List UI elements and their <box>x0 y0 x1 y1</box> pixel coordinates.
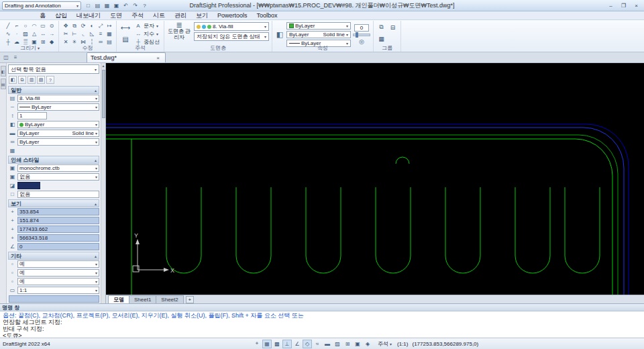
annotation-scale-combo[interactable]: 1:1 <box>17 287 99 294</box>
ribbon-group-label-annotation[interactable]: 주석 <box>117 45 164 51</box>
mirror-icon[interactable]: ◐ <box>88 22 96 30</box>
view-value-field[interactable]: 151.874 <box>17 217 99 224</box>
transparency-value-field[interactable]: 0 <box>354 24 369 32</box>
plotstyle-combo[interactable]: ByLayer <box>17 138 99 146</box>
menu-item[interactable]: 보기 <box>191 11 213 20</box>
stretch-icon[interactable]: ↦ <box>105 22 113 30</box>
command-window-header[interactable]: 명령 창 <box>0 304 644 311</box>
isolate-icon[interactable]: ◎ <box>358 38 366 46</box>
close-tab-icon[interactable]: × <box>154 54 162 62</box>
active-layer-combo[interactable]: 8. Via-fill <box>194 22 269 31</box>
ribbon-group-label-modify[interactable]: 수정 <box>59 45 116 51</box>
snap-icon[interactable]: ▦ <box>262 340 272 348</box>
toggle-combo[interactable]: 예 <box>17 269 99 277</box>
quick-select-icon[interactable]: ▥ <box>28 76 36 84</box>
ray-icon[interactable]: → <box>48 30 56 38</box>
view-value-field[interactable]: 0 <box>17 243 99 250</box>
section-general-header[interactable]: 일반 <box>8 86 99 94</box>
layer-manager-button[interactable]: ≣ 도면층 관리자 <box>167 22 191 41</box>
menu-item[interactable]: 주석 <box>127 11 148 20</box>
linescale-field[interactable]: 1 <box>17 112 47 119</box>
toggle-combo[interactable]: 예 <box>17 260 99 268</box>
workspace-selector[interactable]: Drafting and Annotation <box>2 1 81 10</box>
annotation-scale-control[interactable]: 주석 <box>378 340 392 348</box>
copy-icon[interactable]: ⧉ <box>70 22 78 30</box>
selection-filter-combo[interactable]: 선택 항목 없음 <box>8 64 99 74</box>
ellipse-icon[interactable]: ⊙ <box>48 22 56 30</box>
pin-palette-icon[interactable]: ◫ <box>2 54 10 61</box>
undo-icon[interactable]: ↶ <box>121 1 130 10</box>
layer-combo[interactable]: 8. Via-fill <box>17 95 99 102</box>
circle-icon[interactable]: ○ <box>21 22 30 30</box>
menu-item[interactable]: 홈 <box>35 11 50 20</box>
menu-item[interactable]: 삽입 <box>50 11 72 20</box>
move-icon[interactable]: ✥ <box>62 22 70 30</box>
hatch-icon[interactable]: ▨ <box>333 340 342 348</box>
rectangle-icon[interactable]: ▭ <box>39 22 47 30</box>
close-button[interactable]: × <box>631 1 642 9</box>
linetype-combo[interactable]: ByLayer <box>17 103 99 111</box>
command-history[interactable]: 옵션: 끝점(C), 교차점(CR), 프로젝트(P), 모서리(E), 지우기… <box>0 311 644 340</box>
help-icon[interactable]: ? <box>140 1 149 10</box>
polar-icon[interactable]: ∠ <box>292 340 302 348</box>
help-icon[interactable]: ? <box>46 76 54 84</box>
drawing-canvas[interactable]: Y X <box>106 63 644 295</box>
lineweight-combo[interactable]: ByLayer Solid line <box>17 130 99 137</box>
toggle-combo[interactable]: 예 <box>17 278 99 285</box>
section-misc-header[interactable]: 기타 <box>8 252 99 260</box>
view-value-field[interactable]: 566343.518 <box>17 234 99 242</box>
ortho-icon[interactable]: ⊥ <box>282 340 292 348</box>
ribbon-group-label-draw[interactable]: 그리기 <box>1 45 58 51</box>
quick-input-icon[interactable]: ⊞ <box>343 340 352 348</box>
element-select-icon[interactable]: ◧ <box>9 76 17 84</box>
line-icon[interactable]: ╱ <box>4 22 12 30</box>
etrack-icon[interactable]: ≈ <box>313 340 322 348</box>
rotate-icon[interactable]: ⟳ <box>79 22 87 30</box>
section-print-style-header[interactable]: 인쇄 스타일 <box>8 156 99 164</box>
hatch-icon[interactable]: ▨ <box>21 30 30 38</box>
offset-icon[interactable]: ≡ <box>97 30 105 38</box>
properties-palette-tab[interactable]: ◧ <box>1 66 6 77</box>
save-icon[interactable]: ▦ <box>103 1 111 10</box>
smart-dimension-button[interactable]: ⟷ <box>119 22 131 33</box>
ribbon-group-label-groups[interactable]: 그룹 <box>374 45 400 51</box>
sheet-tab[interactable]: Sheet2 <box>156 295 183 303</box>
palette-scrollbar[interactable]: ▲ <box>101 63 105 303</box>
menu-item[interactable]: 시트 <box>148 11 170 20</box>
polyline-icon[interactable]: ⌐ <box>13 22 21 30</box>
ribbon-group-label-layers[interactable]: 도면층 <box>164 45 272 51</box>
menu-item[interactable]: 내보내기 <box>72 11 105 20</box>
scrollbar-thumb[interactable] <box>102 70 105 118</box>
ribbon-group-label-properties[interactable]: 속성 <box>272 45 373 51</box>
grid-icon[interactable]: ▩ <box>272 340 282 348</box>
property-painter-icon[interactable]: ◧ <box>275 22 284 47</box>
sheet-tab[interactable]: 모델 <box>108 295 129 303</box>
spline-icon[interactable]: ∿ <box>4 30 12 38</box>
polygon-icon[interactable]: △ <box>30 30 38 38</box>
copy-properties-icon[interactable]: ⧉ <box>18 76 26 84</box>
minimize-button[interactable]: – <box>605 1 616 9</box>
sheet-tab[interactable]: Sheet1 <box>129 295 156 303</box>
create-group-icon[interactable]: ⧉ <box>376 22 386 32</box>
print-style-combo[interactable]: 없음 <box>17 173 99 181</box>
infinite-line-icon[interactable]: ↔ <box>39 30 47 38</box>
print-color-swatch-field[interactable] <box>17 182 40 189</box>
redo-icon[interactable]: ↷ <box>131 1 140 10</box>
workspace-icon[interactable]: ◈ <box>363 340 372 348</box>
extend-icon[interactable]: ⊢ <box>70 30 78 38</box>
annotation-scale-icon[interactable]: ▣ <box>353 340 362 348</box>
layer-state-combo[interactable]: 저장되지 않은 도면층 상태 <box>194 32 269 41</box>
print-table-combo[interactable]: monochrome.ctb <box>17 164 99 172</box>
tab-list-icon[interactable]: ≡ <box>11 54 19 61</box>
document-tab[interactable]: Test.dwg* × <box>87 52 166 62</box>
new-file-icon[interactable]: □ <box>84 1 93 10</box>
menu-item[interactable]: 도면 <box>105 11 127 20</box>
point-icon[interactable]: · <box>13 30 21 38</box>
selected-property-field[interactable] <box>9 295 99 303</box>
print-none-field[interactable]: 없음 <box>17 191 99 198</box>
scale-icon[interactable]: ⤢ <box>97 22 105 30</box>
section-view-header[interactable]: 보기 <box>8 199 99 207</box>
arc-icon[interactable]: ◠ <box>30 22 38 30</box>
view-value-field[interactable]: 177433.662 <box>17 226 99 233</box>
menu-item[interactable]: Toolbox <box>252 11 282 20</box>
